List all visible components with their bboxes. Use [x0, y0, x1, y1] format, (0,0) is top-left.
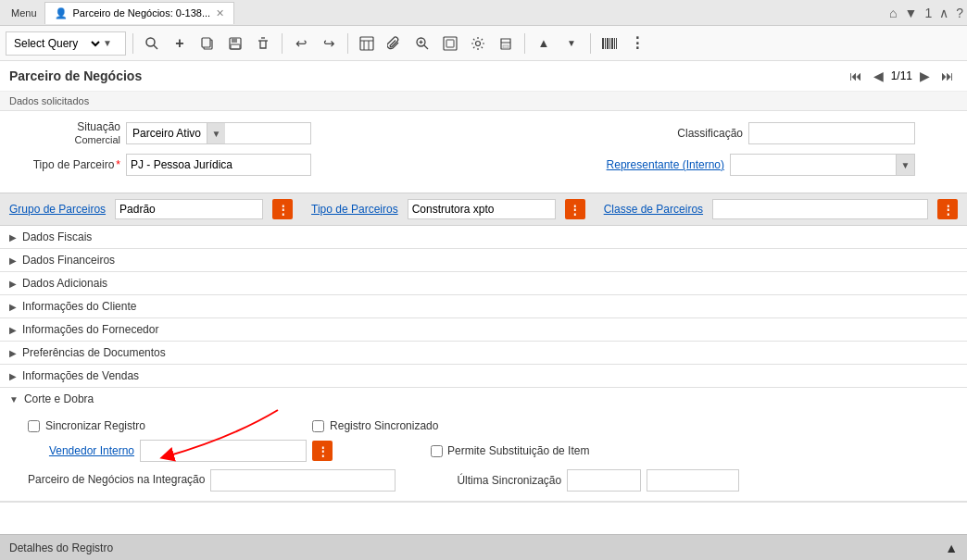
svg-rect-21: [605, 38, 606, 49]
search-icon: [144, 36, 159, 51]
tipo-parceiros-label: Tipo de Parceiros: [311, 203, 398, 216]
dados-adicionais-section: ▶ Dados Adicionais: [0, 272, 967, 295]
save-button[interactable]: [223, 31, 247, 56]
select-query-dropdown[interactable]: Select Query: [10, 36, 103, 51]
situacao-dropdown-arrow[interactable]: ▼: [207, 123, 225, 143]
situacao-label: Situação Comercial: [9, 120, 120, 146]
settings-icon: [471, 36, 485, 51]
first-page-button[interactable]: ⏮: [846, 67, 866, 85]
close-icon[interactable]: ✕: [216, 7, 224, 19]
expand-button[interactable]: [438, 31, 462, 56]
svg-rect-24: [611, 38, 613, 49]
undo-button[interactable]: ↩: [289, 31, 313, 56]
barcode-icon: [601, 36, 618, 51]
toolbar: Select Query ▼ + ↩: [0, 26, 967, 61]
home-icon[interactable]: ⌂: [889, 6, 897, 20]
grupo-parceiros-action-button[interactable]: ⋮: [272, 199, 293, 219]
attach-button[interactable]: [383, 31, 407, 56]
grupo-parceiros-input[interactable]: [115, 199, 263, 219]
svg-rect-22: [607, 38, 609, 49]
preferencias-documentos-arrow: ▶: [9, 348, 17, 358]
zoom-button[interactable]: [410, 31, 434, 56]
zoom-icon: [415, 36, 430, 51]
barcode-button[interactable]: [597, 31, 622, 56]
tipo-parceiros-input[interactable]: [408, 199, 556, 219]
dados-fiscais-arrow: ▶: [9, 232, 17, 243]
corte-dobra-header[interactable]: ▼ Corte e Dobra: [0, 388, 967, 410]
informacoes-cliente-header[interactable]: ▶ Informações do Cliente: [0, 295, 967, 317]
informacoes-fornecedor-header[interactable]: ▶ Informações do Fornecedor: [0, 318, 967, 341]
svg-rect-20: [602, 38, 604, 49]
situacao-value: Parceiro Ativo: [127, 127, 207, 140]
group-row: Grupo de Parceiros ⋮ Tipo de Parceiros ⋮…: [0, 193, 967, 226]
select-query-wrapper[interactable]: Select Query ▼: [6, 31, 126, 56]
preferencias-documentos-header[interactable]: ▶ Preferências de Documentos: [0, 342, 967, 364]
preferencias-documentos-label: Preferências de Documentos: [22, 346, 166, 359]
next-page-button[interactable]: ▶: [916, 67, 934, 85]
informacoes-fornecedor-section: ▶ Informações do Fornecedor: [0, 318, 967, 342]
svg-rect-23: [609, 38, 610, 49]
tipo-parceiro-label: Tipo de Parceiro: [9, 158, 120, 171]
ultima-sincronizacao-input1[interactable]: [567, 469, 641, 492]
parceiro-integracao-row: Parceiro de Negócios na Integração Últim…: [28, 469, 958, 492]
representante-dropdown-arrow[interactable]: ▼: [896, 155, 914, 175]
vendedor-interno-link[interactable]: Vendedor Interno: [28, 444, 134, 457]
svg-rect-6: [231, 44, 240, 49]
dados-financeiros-header[interactable]: ▶ Dados Financeiros: [0, 249, 967, 271]
help-icon[interactable]: ?: [956, 6, 963, 20]
save-icon: [228, 36, 243, 51]
menu-tab[interactable]: Menu: [4, 4, 44, 22]
last-page-button[interactable]: ⏭: [937, 67, 958, 85]
add-button[interactable]: +: [168, 31, 192, 56]
user-icon: 👤: [55, 7, 68, 19]
representante-link[interactable]: Representante (Interno): [607, 158, 724, 171]
status-icon[interactable]: ▲: [945, 541, 958, 555]
svg-point-17: [476, 41, 481, 45]
permite-substituicao-checkbox[interactable]: [431, 445, 443, 457]
tipo-parceiros-action-button[interactable]: ⋮: [565, 199, 585, 219]
informacoes-vendas-header[interactable]: ▶ Informações de Vendas: [0, 365, 967, 387]
toolbar-separator-4: [524, 33, 525, 54]
form-row-tipo: Tipo de Parceiro Representante (Interno)…: [9, 154, 958, 176]
status-label: Detalhes do Registro: [9, 541, 113, 554]
situacao-select-wrapper[interactable]: Parceiro Ativo ▼: [126, 122, 311, 144]
dados-adicionais-header[interactable]: ▶ Dados Adicionais: [0, 272, 967, 294]
tipo-parceiro-input[interactable]: [126, 154, 311, 176]
ultima-sincronizacao-input2[interactable]: [647, 469, 739, 492]
svg-line-1: [154, 45, 157, 49]
delete-button[interactable]: [251, 31, 275, 56]
active-tab[interactable]: 👤 Parceiro de Negócios: 0-138... ✕: [44, 2, 235, 24]
dados-fiscais-label: Dados Fiscais: [22, 230, 92, 243]
search-button[interactable]: [140, 31, 164, 56]
registro-sincronizado-label: Registro Sincronizado: [330, 419, 438, 432]
classe-parceiros-action-button[interactable]: ⋮: [937, 199, 958, 219]
table-button[interactable]: [355, 31, 379, 56]
classe-parceiros-input[interactable]: [712, 199, 928, 219]
sincronizar-checkbox[interactable]: [28, 420, 40, 432]
redo-icon: ↪: [323, 35, 335, 52]
registro-sincronizado-checkbox[interactable]: [312, 420, 324, 432]
more-button[interactable]: ⋮: [625, 31, 649, 56]
classe-parceiros-label: Classe de Parceiros: [604, 203, 703, 216]
dados-fiscais-header[interactable]: ▶ Dados Fiscais: [0, 226, 967, 248]
informacoes-fornecedor-arrow: ▶: [9, 325, 17, 335]
svg-rect-26: [616, 38, 617, 49]
informacoes-cliente-section: ▶ Informações do Cliente: [0, 295, 967, 318]
settings-button[interactable]: [466, 31, 490, 56]
prev-page-button[interactable]: ◀: [870, 67, 887, 85]
upload-dropdown-button[interactable]: ▼: [559, 31, 584, 56]
upload-button[interactable]: ▲: [532, 31, 556, 56]
corte-dobra-section: ▼ Corte e Dobra Sincronizar Registro: [0, 388, 967, 503]
nav-down-icon[interactable]: ▼: [905, 6, 918, 20]
grupo-parceiros-label[interactable]: Grupo de Parceiros: [9, 203, 106, 216]
nav-up-icon[interactable]: ∧: [939, 6, 948, 20]
vendedor-interno-input[interactable]: [140, 440, 307, 462]
vendedor-interno-action-button[interactable]: ⋮: [312, 441, 333, 461]
representante-select-wrapper[interactable]: ▼: [730, 154, 915, 176]
print-button[interactable]: [494, 31, 518, 56]
copy-button[interactable]: [195, 31, 220, 56]
redo-button[interactable]: ↪: [317, 31, 341, 56]
parceiro-negocios-input[interactable]: [210, 469, 396, 492]
classificacao-input[interactable]: [748, 122, 915, 144]
nav-count: 1: [924, 6, 932, 20]
